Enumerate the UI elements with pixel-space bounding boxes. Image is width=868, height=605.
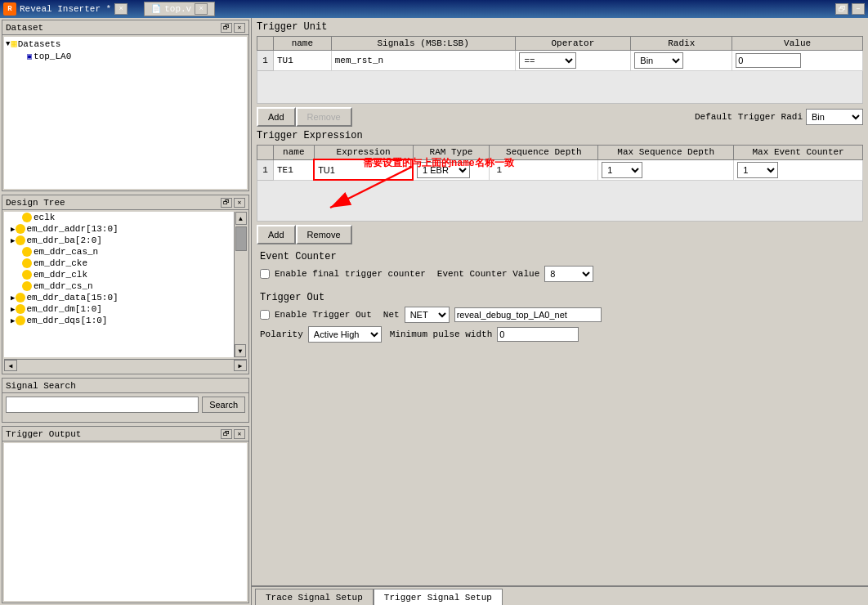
design-tree-item-clk[interactable]: em_ddr_clk [4, 269, 247, 280]
net-label: Net [383, 310, 400, 320]
signal-search-header: Signal Search [2, 379, 248, 393]
expand-icon-addr: ▶ [11, 225, 15, 234]
trigger-out-title: Trigger Out [260, 292, 860, 303]
value-input[interactable] [736, 53, 801, 68]
default-trigger-select[interactable]: Bin Hex [806, 109, 863, 125]
design-tree-item-ba[interactable]: ▶ em_ddr_ba[2:0] [4, 235, 247, 246]
datasets-root[interactable]: ▼ ▦ Datasets [4, 37, 247, 51]
minimize-btn[interactable]: – [852, 3, 865, 15]
max-event-select[interactable]: 1 2 4 [737, 162, 778, 178]
signal-icon-addr [16, 224, 25, 234]
close-tab1-btn[interactable]: × [114, 3, 128, 15]
th-te-empty [257, 146, 274, 160]
restore-btn[interactable]: 🗗 [835, 3, 848, 15]
event-counter-row: Enable final trigger counter Event Count… [260, 266, 860, 282]
design-tree-item-dm[interactable]: ▶ em_ddr_dm[1:0] [4, 303, 247, 315]
trace-signal-tab[interactable]: Trace Signal Setup [255, 589, 374, 605]
th-te-name: name [274, 146, 315, 160]
te-row-maxseqdepth[interactable]: 1 2 4 [598, 159, 734, 180]
design-tree-item-eclk[interactable]: eclk [4, 212, 247, 223]
net-name-input[interactable] [454, 307, 602, 322]
te-add-button[interactable]: Add [257, 225, 296, 244]
design-tree-item-cs[interactable]: em_ddr_cs_n [4, 280, 247, 292]
trigger-unit-title: Trigger Unit [257, 21, 863, 33]
search-row: Search [2, 393, 248, 416]
te-row-ramtype[interactable]: 1 EBR 2 EBR [413, 159, 490, 180]
tu-row-signal: mem_rst_n [331, 51, 515, 71]
th-te-maxevent: Max Event Counter [734, 146, 863, 160]
counter-value-select[interactable]: 8 1 2 4 16 [544, 266, 593, 282]
design-tree-item-data[interactable]: ▶ em_ddr_data[15:0] [4, 292, 247, 303]
signal-icon-cke [22, 258, 32, 268]
operator-select[interactable]: == != > < [519, 52, 576, 69]
tu-row-radix[interactable]: Bin Hex Oct Dec [631, 51, 732, 71]
scrollbar[interactable]: ▲ ▼ [234, 212, 247, 357]
dataset-content: ▼ ▦ Datasets ▣ top_LA0 [4, 37, 247, 189]
tu-remove-button[interactable]: Remove [296, 107, 352, 127]
search-input[interactable] [6, 397, 199, 413]
expression-input[interactable] [316, 163, 390, 177]
title-bar-text: Reveal Inserter * [20, 4, 111, 14]
te-buttons-row: Add Remove [257, 225, 863, 244]
te-empty-row [257, 180, 863, 221]
search-button[interactable]: Search [202, 397, 245, 413]
tu-row-operator[interactable]: == != > < [515, 51, 631, 71]
trigger-out-section: Trigger Out Enable Trigger Out Net NET P… [257, 289, 863, 349]
h-scrollbar[interactable]: ◀ ▶ [4, 359, 247, 372]
th-tu-signals: Signals (MSB:LSB) [331, 37, 515, 51]
trigger-expression-container: Trigger Expression 需要设置的与上面的name名称一致 [257, 130, 863, 244]
tu-row-name: TU1 [274, 51, 332, 71]
te-row-id: 1 [257, 159, 274, 180]
table-row: 1 TU1 mem_rst_n == != > < [257, 51, 863, 71]
th-tu-operator: Operator [515, 37, 631, 51]
trigger-signal-tab[interactable]: Trigger Signal Setup [374, 589, 503, 605]
design-tree-item-cke[interactable]: em_ddr_cke [4, 258, 247, 269]
table-row: 1 TE1 1 EBR 2 EBR 1 [257, 159, 863, 180]
signal-icon-dqs [16, 316, 25, 325]
min-pulse-input[interactable] [497, 327, 579, 342]
ramtype-select[interactable]: 1 EBR 2 EBR [417, 162, 470, 178]
tu-add-button[interactable]: Add [257, 107, 296, 127]
trigger-out-row1: Enable Trigger Out Net NET [260, 307, 860, 323]
enable-counter-checkbox[interactable] [260, 269, 270, 279]
dataset-child-item[interactable]: ▣ top_LA0 [4, 51, 247, 62]
th-tu-value: Value [732, 37, 863, 51]
polarity-select[interactable]: Active High Active Low [308, 326, 382, 343]
design-tree-header: Design Tree 🗗 ✕ [2, 195, 248, 210]
design-tree-item-addr[interactable]: ▶ em_ddr_addr[13:0] [4, 223, 247, 235]
close-tab2-btn[interactable]: × [195, 3, 208, 15]
th-empty [257, 37, 274, 51]
right-panel: Trigger Unit name Signals (MSB:LSB) Oper… [252, 18, 868, 605]
design-tree-close-btn[interactable]: ✕ [234, 198, 245, 208]
tu-buttons-row: Add Remove Default Trigger Radi Bin Hex [257, 107, 863, 127]
tu-row-id: 1 [257, 51, 274, 71]
th-te-ramtype: RAM Type [413, 146, 490, 160]
polarity-label: Polarity [260, 329, 303, 339]
th-tu-radix: Radix [631, 37, 732, 51]
event-counter-section: Event Counter Enable final trigger count… [257, 248, 863, 285]
trigger-expression-title: Trigger Expression [257, 130, 863, 141]
design-tree-item-cas[interactable]: em_ddr_cas_n [4, 246, 247, 258]
trigger-output-restore-btn[interactable]: 🗗 [221, 429, 232, 439]
radix-select[interactable]: Bin Hex Oct Dec [634, 52, 683, 69]
design-tree-item-dqs[interactable]: ▶ em_ddr_dqs[1:0] [4, 315, 247, 326]
te-row-expression[interactable] [314, 159, 413, 180]
expand-icon-ba: ▶ [11, 236, 15, 245]
th-tu-name: name [274, 37, 332, 51]
trigger-unit-container: Trigger Unit name Signals (MSB:LSB) Oper… [257, 21, 863, 127]
enable-trigger-out-checkbox[interactable] [260, 310, 270, 320]
dataset-restore-btn[interactable]: 🗗 [221, 23, 232, 33]
trigger-output-close-btn[interactable]: ✕ [234, 429, 245, 439]
enable-counter-label: Enable final trigger counter [275, 269, 426, 279]
te-remove-button[interactable]: Remove [296, 225, 352, 244]
te-row-maxevent[interactable]: 1 2 4 [734, 159, 863, 180]
expand-icon-dm: ▶ [11, 305, 15, 314]
tu-row-value[interactable] [732, 51, 863, 71]
net-select[interactable]: NET [405, 307, 450, 323]
dataset-section: Dataset 🗗 ✕ ▼ ▦ Datasets ▣ [2, 20, 249, 191]
dataset-close-btn[interactable]: ✕ [234, 23, 245, 33]
signal-icon-ba [16, 235, 25, 245]
signal-icon-cs [22, 281, 32, 291]
max-seq-select[interactable]: 1 2 4 [602, 162, 642, 178]
design-tree-restore-btn[interactable]: 🗗 [221, 198, 232, 208]
